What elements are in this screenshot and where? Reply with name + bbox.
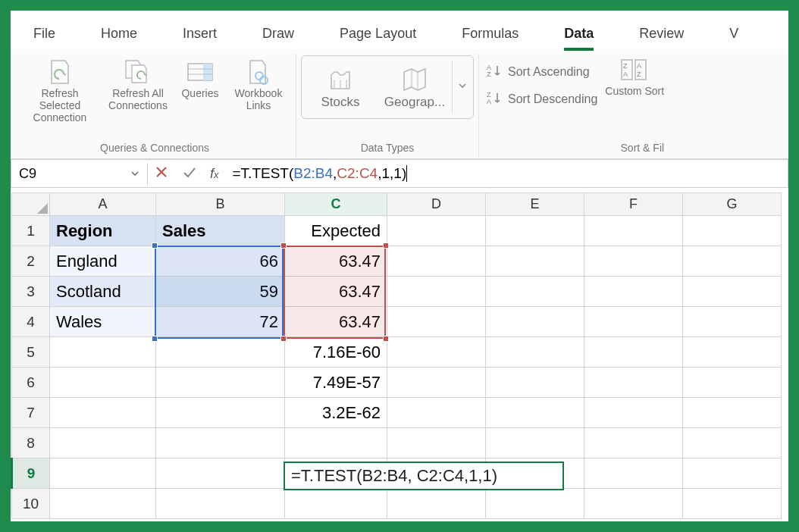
cell-F10[interactable] (584, 489, 683, 519)
cell-A10[interactable] (50, 489, 156, 519)
sort-ascending-button[interactable]: AZ Sort Ascending (487, 58, 597, 86)
col-header-C[interactable]: C (285, 193, 387, 216)
cell-A5[interactable] (50, 337, 156, 368)
cell-D7[interactable] (387, 398, 486, 428)
cell-G9[interactable] (683, 458, 782, 489)
cell-B5[interactable] (156, 337, 285, 368)
cell-C3[interactable]: 63.47 (285, 277, 387, 307)
range-handle[interactable] (152, 336, 158, 342)
col-header-A[interactable]: A (50, 193, 156, 216)
cell-F2[interactable] (584, 246, 683, 277)
cell-E10[interactable] (486, 489, 584, 519)
col-header-D[interactable]: D (387, 193, 486, 216)
cell-C2[interactable]: 63.47 (285, 246, 387, 277)
tab-page-layout[interactable]: Page Layout (317, 18, 439, 49)
cell-D1[interactable] (387, 216, 486, 246)
cell-G4[interactable] (683, 307, 782, 337)
custom-sort-button[interactable]: ZAAZ Custom Sort (605, 54, 664, 100)
row-header-10[interactable]: 10 (12, 489, 50, 519)
cell-E4[interactable] (486, 307, 584, 337)
col-header-E[interactable]: E (486, 193, 584, 216)
cell-A3[interactable]: Scotland (50, 277, 156, 307)
cell-E3[interactable] (486, 277, 584, 307)
cell-G3[interactable] (683, 277, 782, 307)
cell-G1[interactable] (683, 216, 782, 246)
tab-home[interactable]: Home (78, 18, 160, 49)
name-box[interactable]: C9 (11, 163, 148, 185)
cell-B6[interactable] (156, 368, 285, 398)
cell-A6[interactable] (50, 368, 156, 398)
cell-F9[interactable] (584, 458, 683, 489)
cell-D6[interactable] (387, 368, 486, 398)
cell-E8[interactable] (486, 428, 584, 458)
cell-G6[interactable] (683, 368, 782, 398)
cell-A2[interactable]: England (50, 246, 156, 277)
cell-D10[interactable] (387, 489, 486, 519)
cell-E6[interactable] (486, 368, 584, 398)
range-handle[interactable] (383, 243, 389, 249)
col-header-G[interactable]: G (683, 193, 782, 216)
cell-B9[interactable] (156, 458, 285, 489)
cell-C7[interactable]: 3.2E-62 (285, 398, 387, 428)
tab-insert[interactable]: Insert (160, 18, 240, 49)
row-header-8[interactable]: 8 (12, 428, 50, 458)
cell-F4[interactable] (584, 307, 683, 337)
cell-A9[interactable] (50, 458, 156, 489)
tab-formulas[interactable]: Formulas (439, 18, 541, 49)
range-handle[interactable] (152, 243, 158, 249)
cell-D2[interactable] (387, 246, 486, 277)
cell-F6[interactable] (584, 368, 683, 398)
cell-D5[interactable] (387, 337, 486, 368)
cell-F7[interactable] (584, 398, 683, 428)
cell-F5[interactable] (584, 337, 683, 368)
tab-file[interactable]: File (11, 18, 78, 49)
cell-E2[interactable] (486, 246, 584, 277)
workbook-links-button[interactable]: Workbook Links (226, 54, 291, 114)
row-header-9[interactable]: 9 (12, 458, 50, 489)
cell-C1[interactable]: Expected (285, 216, 387, 246)
row-header-3[interactable]: 3 (12, 277, 50, 307)
enter-button[interactable] (181, 164, 198, 183)
cell-C4[interactable]: 63.47 (285, 307, 387, 337)
queries-button[interactable]: Queries (174, 54, 226, 102)
sort-descending-button[interactable]: ZA Sort Descending (487, 86, 597, 113)
cell-F1[interactable] (584, 216, 683, 246)
cell-A7[interactable] (50, 398, 156, 428)
fx-icon[interactable]: fx (210, 166, 219, 182)
col-header-F[interactable]: F (584, 193, 683, 216)
row-header-7[interactable]: 7 (12, 398, 50, 428)
cell-F3[interactable] (584, 277, 683, 307)
cell-B2[interactable]: 66 (156, 246, 285, 277)
cell-A8[interactable] (50, 428, 156, 458)
tab-draw[interactable]: Draw (240, 18, 317, 49)
geography-button[interactable]: Geograp... (378, 61, 452, 113)
range-handle[interactable] (280, 336, 287, 342)
cell-E5[interactable] (486, 337, 584, 368)
cell-B4[interactable]: 72 (156, 307, 285, 337)
cell-E1[interactable] (486, 216, 584, 246)
cell-C5[interactable]: 7.16E-60 (285, 337, 387, 368)
cell-G7[interactable] (683, 398, 782, 428)
row-header-5[interactable]: 5 (12, 337, 50, 368)
stocks-button[interactable]: Stocks (303, 61, 378, 113)
cell-G8[interactable] (683, 428, 782, 458)
cell-B8[interactable] (156, 428, 285, 458)
formula-editing-cell[interactable]: =T.TEST(B2:B4, C2:C4,1,1) (284, 462, 564, 490)
cell-G2[interactable] (683, 246, 782, 277)
formula-input[interactable]: =T.TEST(B2:B4, C2:C4,1,1) (225, 162, 788, 185)
cell-B7[interactable] (156, 398, 285, 428)
row-header-6[interactable]: 6 (12, 368, 50, 398)
tab-view-partial[interactable]: V (707, 18, 761, 49)
cell-B10[interactable] (156, 489, 285, 519)
cell-D4[interactable] (387, 307, 486, 337)
tab-review[interactable]: Review (616, 18, 707, 49)
cell-C10[interactable] (285, 489, 387, 519)
refresh-selected-button[interactable]: Refresh Selected Connection (18, 54, 102, 127)
row-header-2[interactable]: 2 (12, 246, 50, 277)
range-handle[interactable] (280, 243, 287, 249)
row-header-4[interactable]: 4 (12, 307, 50, 337)
col-header-B[interactable]: B (156, 193, 285, 216)
datatypes-dropdown[interactable] (452, 61, 472, 114)
cell-C8[interactable] (285, 428, 387, 458)
refresh-all-button[interactable]: Refresh All Connections (102, 54, 174, 114)
